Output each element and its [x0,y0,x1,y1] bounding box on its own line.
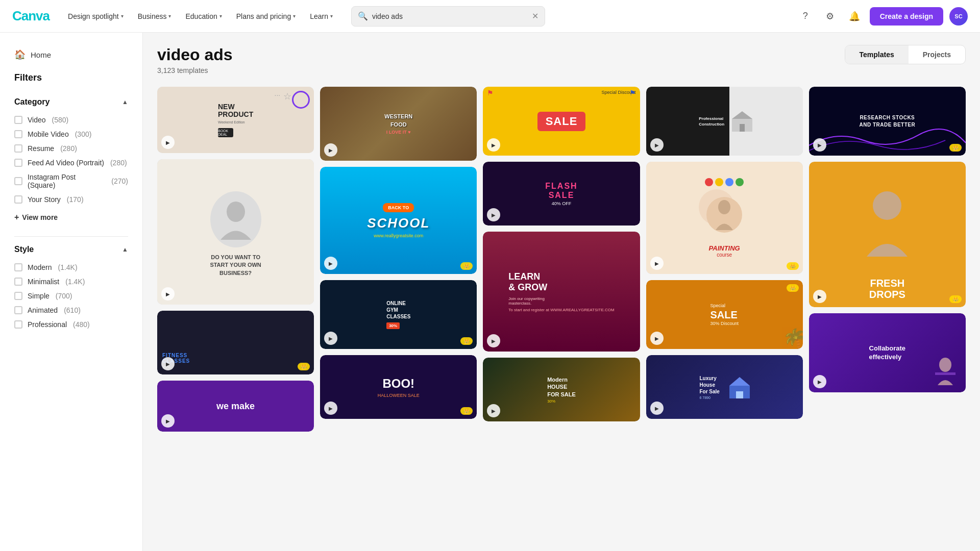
chevron-down-icon: ▾ [293,13,296,19]
template-house-for-sale-2[interactable]: LuxuryHouseFor Sale 6 7890 ▶ [646,355,803,419]
nav-business[interactable]: Business ▾ [132,8,178,24]
page-title: video ads [157,45,233,64]
svg-point-4 [718,200,730,214]
filter-professional[interactable]: Professional (480) [14,317,128,332]
template-back-to-school[interactable]: BACK TO SCHOOL www.reallygreatsite.com ▶… [320,167,477,274]
home-icon: 🏠 [14,49,26,60]
help-button[interactable]: ? [796,7,815,26]
canva-logo[interactable]: Canva [12,8,50,24]
template-gym-classes[interactable]: ONLINEGYMCLASSES 30% ▶ 👑 [320,280,477,349]
style-filter-header[interactable]: Style ▲ [8,241,134,258]
checkbox-mobile-video[interactable] [14,130,22,138]
category-filter-header[interactable]: Category ▲ [8,93,134,111]
checkbox-professional[interactable] [14,320,22,329]
create-design-button[interactable]: Create a design [870,7,943,26]
filter-simple[interactable]: Simple (700) [14,289,128,303]
template-new-product[interactable]: NEWPRODUCT Weekend Edition BOOK DEAL ☆ ·… [157,87,314,153]
sidebar-divider [14,236,128,237]
checkbox-your-story[interactable] [14,195,22,204]
template-research-stocks[interactable]: RESEARCH STOCKSAND TRADE BETTER ▶ 👑 [809,87,966,156]
template-count: 3,123 templates [157,66,233,74]
checkbox-resume[interactable] [14,144,22,153]
style-filter-items: Modern (1.4K) Minimalist (1.4K) Simple (… [8,258,134,334]
page-header-left: video ads 3,123 templates [157,45,233,74]
svg-rect-9 [935,372,955,375]
filter-resume[interactable]: Resume (280) [14,141,128,156]
search-icon: 🔍 [358,11,368,21]
filter-instagram-post[interactable]: Instagram Post (Square) (270) [14,170,128,192]
template-we-make[interactable]: we make ▶ [157,381,314,432]
view-more-categories[interactable]: + View more [8,209,134,226]
sidebar-home[interactable]: 🏠 Home [8,45,134,64]
template-halloween[interactable]: BOO! HALLOWEEN SALE ▶ 👑 [320,355,477,419]
chevron-down-icon: ▾ [330,13,333,19]
template-special-sale[interactable]: Special SALE 30% Discount 🌴 ▶ 👑 [646,280,803,349]
avatar[interactable]: SC [949,7,968,26]
svg-rect-3 [740,124,745,132]
filter-mobile-video[interactable]: Mobile Video (300) [14,127,128,141]
filter-your-story[interactable]: Your Story (170) [14,192,128,207]
style-filter-section: Style ▲ Modern (1.4K) Minimalist (1.4K) … [8,241,134,334]
search-input[interactable] [372,12,528,20]
template-construction[interactable]: ProfessionalConstruction ▶ [646,87,803,156]
chevron-down-icon: ▾ [219,13,222,19]
header: Canva Design spotlight ▾ Business ▾ Educ… [0,0,980,33]
svg-rect-7 [736,391,743,398]
category-filter-items: Video (580) Mobile Video (300) Resume (2… [8,111,134,209]
view-tabs: Templates Projects [845,45,966,64]
filter-minimalist[interactable]: Minimalist (1.4K) [14,274,128,289]
filter-video[interactable]: Video (580) [14,113,128,127]
filter-modern[interactable]: Modern (1.4K) [14,260,128,274]
filter-animated[interactable]: Animated (610) [14,303,128,317]
checkbox-instagram-post[interactable] [14,177,22,185]
nav-education[interactable]: Education ▾ [179,8,228,24]
chevron-up-icon: ▲ [122,98,128,106]
template-fresh-drops[interactable]: FRESHDROPS ▶ 👑 [809,162,966,307]
template-western-food[interactable]: WESTERN FOOD I LOVE IT ♥ ▶ [320,87,477,161]
checkbox-minimalist[interactable] [14,278,22,286]
template-painting-course[interactable]: PAINTING course ▶ 👑 [646,162,803,274]
template-business-start[interactable]: DO YOU WANT TOSTART YOUR OWNBUSINESS? ▶ [157,159,314,305]
header-actions: ? ⚙ 🔔 Create a design SC [796,7,968,26]
nav-design-spotlight[interactable]: Design spotlight ▾ [62,8,130,24]
checkbox-animated[interactable] [14,306,22,314]
checkbox-simple[interactable] [14,292,22,300]
nav-learn[interactable]: Learn ▾ [304,8,339,24]
main-content: video ads 3,123 templates Templates Proj… [143,33,980,551]
chevron-up-icon: ▲ [122,246,128,253]
template-fitness[interactable]: FITNESS CLASSES 25% ▶ 👑 [157,311,314,374]
settings-button[interactable]: ⚙ [821,7,839,26]
checkbox-video[interactable] [14,116,22,124]
tab-templates[interactable]: Templates [845,45,909,64]
page-layout: 🏠 Home Filters Category ▲ Video (580) Mo… [0,33,980,551]
template-grid: NEWPRODUCT Weekend Edition BOOK DEAL ☆ ·… [157,87,966,438]
nav-plans-pricing[interactable]: Plans and pricing ▾ [230,8,302,24]
main-nav: Design spotlight ▾ Business ▾ Education … [62,8,339,24]
template-learn-grow[interactable]: LEARN& GROW Join our copywritingmastercl… [483,232,640,352]
filters-title: Filters [8,72,134,83]
svg-marker-2 [732,111,752,119]
filter-feed-ad-video[interactable]: Feed Ad Video (Portrait) (280) [14,156,128,170]
svg-point-8 [873,191,901,220]
chevron-down-icon: ▾ [168,13,171,19]
search-bar: 🔍 ✕ [351,6,545,27]
chevron-down-icon: ▾ [121,13,124,19]
sidebar: 🏠 Home Filters Category ▲ Video (580) Mo… [0,33,143,551]
clear-search-button[interactable]: ✕ [532,11,538,21]
template-collaborate[interactable]: Collaborateeffectively ▶ [809,313,966,392]
checkbox-feed-ad-video[interactable] [14,159,22,167]
checkbox-modern[interactable] [14,263,22,271]
plus-icon: + [14,213,19,222]
svg-marker-6 [729,377,750,386]
template-yellow-sale[interactable]: ⚑ ⚑ SALE ▶ Special Discount [483,87,640,156]
page-header: video ads 3,123 templates Templates Proj… [157,45,966,74]
template-house-for-sale-1[interactable]: ModernHOUSEFOR SALE 30% ▶ [483,358,640,421]
category-filter-section: Category ▲ Video (580) Mobile Video (300… [8,93,134,226]
svg-point-10 [939,358,951,372]
notifications-button[interactable]: 🔔 [845,7,864,26]
svg-point-0 [227,202,245,222]
tab-projects[interactable]: Projects [909,45,965,64]
template-flash-sale[interactable]: FLASH SALE 40% OFF ▶ [483,162,640,226]
